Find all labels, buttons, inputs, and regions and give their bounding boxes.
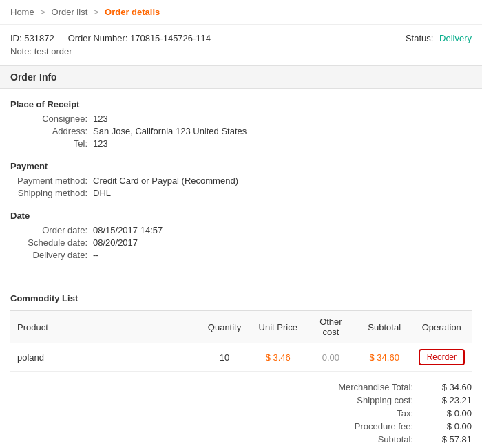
order-number-label: Order Number:	[68, 33, 128, 43]
tel-label: Tel:	[10, 138, 93, 149]
order-id: ID: 531872	[10, 33, 54, 43]
status-label: Status:	[406, 33, 433, 43]
order-note: Note: test order	[10, 46, 406, 56]
product-operation: Reorder	[412, 343, 472, 372]
procedure-fee-value: $ 0.00	[423, 421, 472, 431]
schedule-date-row: Schedule date: 08/20/2017	[10, 237, 472, 248]
col-header-other-cost: Other cost	[304, 311, 357, 343]
subtotal-value: $ 57.81	[423, 434, 472, 445]
consignee-label: Consignee:	[10, 114, 93, 124]
reorder-button[interactable]: Reorder	[419, 349, 465, 365]
order-number: Order Number: 170815-145726-114	[68, 33, 211, 43]
order-summary-bar: ID: 531872 Order Number: 170815-145726-1…	[0, 25, 482, 65]
section-header: Order Info	[0, 65, 482, 89]
delivery-date-row: Delivery date: --	[10, 250, 472, 260]
tel-value: 123	[93, 138, 108, 149]
col-header-product: Product	[10, 311, 198, 343]
payment-method-value: Credit Card or Paypal (Recommend)	[93, 175, 238, 186]
col-header-subtotal: Subtotal	[357, 311, 412, 343]
product-other-cost: 0.00	[304, 343, 357, 372]
payment-title: Payment	[10, 161, 472, 171]
shipping-method-row: Shipping method: DHL	[10, 188, 472, 198]
consignee-row: Consignee: 123	[10, 114, 472, 124]
tax-value: $ 0.00	[423, 408, 472, 418]
schedule-date-value: 08/20/2017	[93, 237, 138, 248]
tax-label: Tax:	[251, 408, 423, 418]
order-id-label: ID:	[10, 33, 22, 43]
commodity-header-row: Product Quantity Unit Price Other cost S…	[10, 311, 472, 343]
order-id-value: 531872	[24, 33, 54, 43]
address-label: Address:	[10, 126, 93, 136]
col-header-unit-price: Unit Price	[251, 311, 304, 343]
commodity-table-body: poland 10 $ 3.46 0.00 $ 34.60 Reorder	[10, 343, 472, 372]
totals-table: Merchandise Total: $ 34.60 Shipping cost…	[251, 382, 472, 448]
order-note-label: Note:	[10, 46, 32, 56]
breadcrumb-sep-1: >	[40, 7, 45, 17]
subtotal-label: Subtotal:	[251, 434, 423, 445]
order-date-label: Order date:	[10, 225, 93, 235]
address-value: San Jose, California 123 United States	[93, 126, 247, 136]
commodity-section: Commodity List Product Quantity Unit Pri…	[0, 283, 482, 372]
payment-section: Payment Payment method: Credit Card or P…	[10, 161, 472, 198]
consignee-value: 123	[93, 114, 108, 124]
commodity-table-header: Product Quantity Unit Price Other cost S…	[10, 311, 472, 343]
shipping-cost-row: Shipping cost: $ 23.21	[251, 395, 472, 405]
procedure-fee-row: Procedure fee: $ 0.00	[251, 421, 472, 431]
payment-method-row: Payment method: Credit Card or Paypal (R…	[10, 175, 472, 186]
order-summary-right: Status: Delivery	[406, 33, 472, 43]
shipping-cost-label: Shipping cost:	[251, 395, 423, 405]
breadcrumb-home[interactable]: Home	[10, 7, 34, 17]
address-row: Address: San Jose, California 123 United…	[10, 126, 472, 136]
order-note-value: test order	[34, 46, 72, 56]
col-header-operation: Operation	[412, 311, 472, 343]
schedule-date-label: Schedule date:	[10, 237, 93, 248]
product-name: poland	[10, 343, 198, 372]
place-of-receipt-title: Place of Receipt	[10, 99, 472, 109]
shipping-method-value: DHL	[93, 188, 111, 198]
product-subtotal: $ 34.60	[357, 343, 412, 372]
order-info: Place of Receipt Consignee: 123 Address:…	[0, 89, 482, 283]
order-summary-left: ID: 531872 Order Number: 170815-145726-1…	[10, 33, 406, 56]
breadcrumb-current: Order details	[105, 7, 160, 17]
delivery-date-label: Delivery date:	[10, 250, 93, 260]
table-row: poland 10 $ 3.46 0.00 $ 34.60 Reorder	[10, 343, 472, 372]
place-of-receipt-section: Place of Receipt Consignee: 123 Address:…	[10, 99, 472, 149]
breadcrumb-order-list[interactable]: Order list	[52, 7, 88, 17]
shipping-cost-value: $ 23.21	[423, 395, 472, 405]
order-number-value: 170815-145726-114	[130, 33, 211, 43]
payment-method-label: Payment method:	[10, 175, 93, 186]
col-header-quantity: Quantity	[198, 311, 252, 343]
subtotal-row: Subtotal: $ 57.81	[251, 434, 472, 445]
delivery-date-value: --	[93, 250, 99, 260]
product-unit-price: $ 3.46	[251, 343, 304, 372]
merchandise-total-label: Merchandise Total:	[251, 382, 423, 392]
date-title: Date	[10, 211, 472, 221]
breadcrumb: Home > Order list > Order details	[0, 0, 482, 25]
order-date-value: 08/15/2017 14:57	[93, 225, 163, 235]
merchandise-total-value: $ 34.60	[423, 382, 472, 392]
commodity-title: Commodity List	[10, 293, 472, 303]
breadcrumb-sep-2: >	[94, 7, 99, 17]
order-date-row: Order date: 08/15/2017 14:57	[10, 225, 472, 235]
merchandise-total-row: Merchandise Total: $ 34.60	[251, 382, 472, 392]
status-value: Delivery	[439, 33, 472, 43]
tax-row: Tax: $ 0.00	[251, 408, 472, 418]
shipping-method-label: Shipping method:	[10, 188, 93, 198]
tel-row: Tel: 123	[10, 138, 472, 149]
procedure-fee-label: Procedure fee:	[251, 421, 423, 431]
totals-section: Merchandise Total: $ 34.60 Shipping cost…	[0, 372, 482, 448]
date-section: Date Order date: 08/15/2017 14:57 Schedu…	[10, 211, 472, 260]
order-id-number: ID: 531872 Order Number: 170815-145726-1…	[10, 33, 406, 43]
commodity-table: Product Quantity Unit Price Other cost S…	[10, 310, 472, 372]
product-quantity: 10	[198, 343, 252, 372]
